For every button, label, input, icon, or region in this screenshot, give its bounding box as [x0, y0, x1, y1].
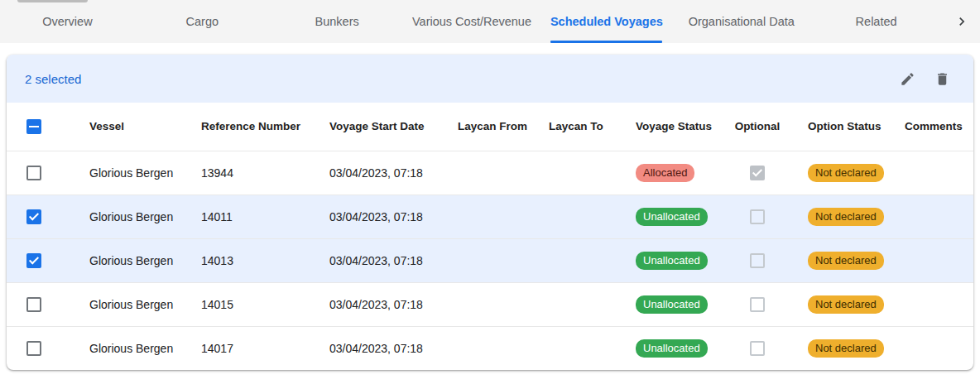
option-status-badge: Not declared	[808, 208, 884, 226]
laycan-from-cell	[443, 194, 534, 238]
row-checkbox[interactable]	[26, 209, 41, 224]
tab-various-cost-revenue[interactable]: Various Cost/Revenue	[405, 0, 540, 43]
row-checkbox[interactable]	[26, 166, 41, 180]
column-header-comments: Comments	[890, 103, 973, 151]
tab-bunkers[interactable]: Bunkers	[270, 0, 405, 43]
voyages-table: Vessel Reference Number Voyage Start Dat…	[7, 103, 973, 370]
voyage-status-badge: Allocated	[636, 164, 694, 182]
tab-organisational-data[interactable]: Organisational Data	[674, 0, 809, 43]
tab-cargo[interactable]: Cargo	[135, 0, 270, 43]
laycan-to-cell	[534, 282, 621, 326]
table-row[interactable]: Glorious Bergen 13944 03/04/2023, 07:18 …	[7, 151, 973, 194]
start-date-cell: 03/04/2023, 07:18	[306, 194, 443, 238]
tab-overview[interactable]: Overview	[0, 0, 135, 43]
laycan-from-cell	[443, 151, 534, 194]
laycan-to-cell	[534, 238, 621, 282]
comments-cell	[890, 238, 973, 282]
option-status-badge: Not declared	[808, 339, 884, 358]
voyage-status-badge: Unallocated	[636, 295, 708, 314]
column-header-optional: Optional	[720, 103, 795, 151]
voyage-status-badge: Unallocated	[636, 208, 708, 226]
option-status-badge: Not declared	[808, 295, 884, 314]
option-status-badge: Not declared	[808, 164, 884, 182]
start-date-cell: 03/04/2023, 07:18	[306, 238, 443, 282]
table-row[interactable]: Glorious Bergen 14013 03/04/2023, 07:18 …	[7, 238, 973, 282]
vessel-cell: Glorious Bergen	[66, 282, 178, 326]
select-all-checkbox[interactable]	[26, 119, 41, 134]
table-header-row: Vessel Reference Number Voyage Start Dat…	[7, 103, 973, 151]
reference-cell: 14011	[178, 194, 306, 238]
comments-cell	[890, 151, 973, 194]
column-header-reference-number: Reference Number	[178, 103, 306, 151]
pencil-icon	[900, 71, 915, 87]
start-date-cell: 03/04/2023, 07:18	[306, 151, 443, 194]
column-header-voyage-status: Voyage Status	[621, 103, 720, 151]
comments-cell	[890, 326, 973, 370]
edit-button[interactable]	[899, 70, 915, 87]
table-row[interactable]: Glorious Bergen 14015 03/04/2023, 07:18 …	[7, 282, 973, 326]
tab-bar: Overview Cargo Bunkers Various Cost/Reve…	[0, 0, 980, 43]
scheduled-voyages-panel: 2 selected Vessel	[7, 55, 973, 370]
column-header-option-status: Option Status	[795, 103, 890, 151]
trash-icon	[934, 71, 950, 87]
table-row[interactable]: Glorious Bergen 14017 03/04/2023, 07:18 …	[7, 326, 973, 370]
tab-scheduled-voyages[interactable]: Scheduled Voyages	[539, 0, 674, 43]
laycan-from-cell	[443, 238, 534, 282]
table-row[interactable]: Glorious Bergen 14011 03/04/2023, 07:18 …	[7, 194, 973, 238]
row-checkbox[interactable]	[26, 253, 41, 268]
vessel-cell: Glorious Bergen	[66, 238, 178, 282]
reference-cell: 14013	[178, 238, 306, 282]
optional-checkbox	[750, 297, 765, 312]
tab-list: Overview Cargo Bunkers Various Cost/Reve…	[0, 0, 944, 43]
column-header-voyage-start-date: Voyage Start Date	[306, 103, 443, 151]
optional-checkbox	[750, 209, 765, 224]
selection-actions	[899, 70, 950, 87]
column-header-laycan-from: Laycan From	[443, 103, 534, 151]
chevron-right-icon	[954, 13, 970, 30]
comments-cell	[890, 282, 973, 326]
vessel-cell: Glorious Bergen	[66, 326, 178, 370]
tab-related[interactable]: Related	[809, 0, 944, 43]
optional-checkbox	[750, 341, 765, 356]
vessel-cell: Glorious Bergen	[66, 194, 178, 238]
option-status-badge: Not declared	[808, 252, 884, 270]
voyage-status-badge: Unallocated	[636, 252, 708, 270]
optional-checkbox	[750, 253, 765, 268]
selection-count: 2 selected	[25, 72, 81, 86]
delete-button[interactable]	[934, 70, 950, 87]
column-header-laycan-to: Laycan To	[534, 103, 621, 151]
start-date-cell: 03/04/2023, 07:18	[306, 282, 443, 326]
laycan-to-cell	[534, 194, 621, 238]
optional-checkbox	[750, 166, 765, 180]
laycan-to-cell	[534, 326, 621, 370]
row-checkbox[interactable]	[26, 297, 41, 312]
comments-cell	[890, 194, 973, 238]
laycan-from-cell	[443, 282, 534, 326]
column-header-vessel: Vessel	[66, 103, 178, 151]
row-checkbox[interactable]	[26, 341, 41, 356]
reference-cell: 14015	[178, 282, 306, 326]
tabs-overflow-button[interactable]	[944, 0, 980, 43]
reference-cell: 14017	[178, 326, 306, 370]
reference-cell: 13944	[178, 151, 306, 194]
start-date-cell: 03/04/2023, 07:18	[306, 326, 443, 370]
laycan-from-cell	[443, 326, 534, 370]
selection-toolbar: 2 selected	[7, 55, 973, 103]
vessel-cell: Glorious Bergen	[66, 151, 178, 194]
voyage-status-badge: Unallocated	[636, 339, 708, 358]
laycan-to-cell	[534, 151, 621, 194]
